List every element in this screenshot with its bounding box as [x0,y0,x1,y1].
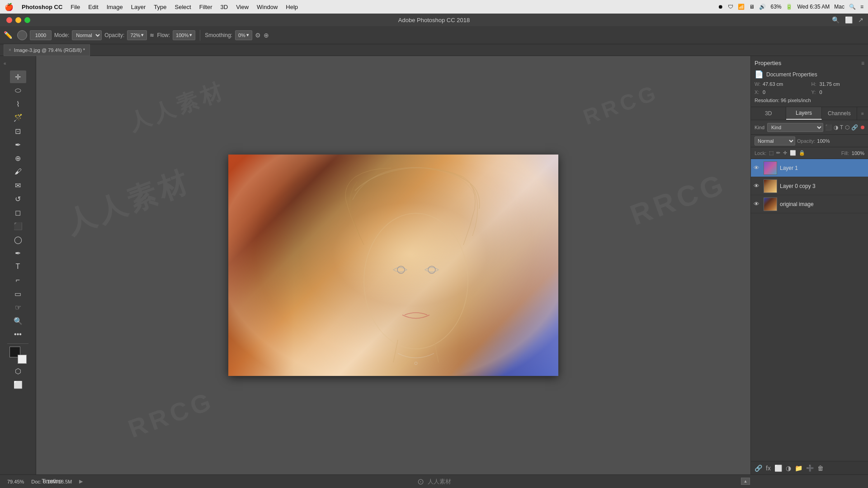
visibility-icon-2[interactable]: 👁 [754,201,761,207]
lock-label: Lock: [755,150,766,156]
crop-tool[interactable]: ⊡ [10,125,26,137]
gradient-tool[interactable]: ⬛ [10,220,26,232]
minimize-button[interactable] [15,17,21,23]
menu-bar: 🍎 Photoshop CC File Edit Image Layer Typ… [0,0,868,14]
gear-icon[interactable]: ⚙ [255,32,261,39]
screen-mode-tool[interactable]: ⬜ [10,378,26,391]
lock-image-icon[interactable]: ✏ [776,150,780,156]
filter-type-icon[interactable]: T [840,124,843,131]
filter-active-dot [861,126,864,129]
create-fill-icon[interactable]: ◑ [786,465,791,472]
status-arrow[interactable]: ▶ [79,479,83,484]
menu-view[interactable]: View [236,4,249,10]
menu-image[interactable]: Image [107,4,123,10]
filter-pixel-icon[interactable]: ⬛ [825,124,832,131]
brush-tool[interactable]: 🖌 [10,165,26,178]
menu-edit[interactable]: Edit [88,4,98,10]
type-tool[interactable]: T [10,260,26,273]
toolbar-collapse[interactable]: « [0,59,36,68]
search-icon[interactable]: 🔍 [849,4,856,10]
filter-smart-icon[interactable]: 🔗 [851,124,858,131]
filter-select[interactable]: Kind [767,123,823,132]
control-center-icon[interactable]: ≡ [860,4,863,10]
filter-shape-icon[interactable]: ⬡ [845,124,849,131]
apple-menu[interactable]: 🍎 [5,3,14,11]
properties-title: Properties [755,60,781,66]
color-swatches[interactable] [9,347,27,364]
dodge-tool[interactable]: ◯ [10,233,26,246]
share-icon[interactable]: ↗ [858,16,863,23]
marquee-tool[interactable]: ⬭ [10,84,26,97]
layer-item-0[interactable]: 👁 Layer 1 [751,159,868,177]
menu-window[interactable]: Window [257,4,278,10]
arrange-icon[interactable]: ⬜ [845,16,853,23]
blend-mode-select[interactable]: Normal [755,136,795,145]
layer-item-2[interactable]: 👁 original image [751,195,868,213]
timeline-toggle[interactable]: ▲ [741,474,750,488]
smoothing-value[interactable]: 0%▾ [235,30,252,40]
delete-layer-icon[interactable]: 🗑 [817,465,824,472]
fx-icon[interactable]: fx [766,465,771,472]
visibility-icon-1[interactable]: 👁 [754,183,761,189]
lock-position-icon[interactable]: ✛ [783,150,787,156]
menu-file[interactable]: File [71,4,80,10]
healing-tool[interactable]: ⊕ [10,152,26,164]
history-brush-tool[interactable]: ↺ [10,192,26,205]
move-tool[interactable]: ✛ [10,70,26,83]
layer-thumbnail-1 [764,179,777,193]
tab-close-icon[interactable]: × [9,47,11,52]
create-layer-icon[interactable]: ➕ [806,465,814,472]
path-tool[interactable]: ⌐ [10,274,26,286]
lock-artboard-icon[interactable]: ⬜ [790,150,796,156]
menu-3d[interactable]: 3D [221,4,228,10]
app-name[interactable]: Photoshop CC [22,4,62,10]
tab-layers[interactable]: Layers [786,107,821,120]
link-layers-icon[interactable]: 🔗 [755,465,762,472]
menu-type[interactable]: Type [154,4,166,10]
add-mask-icon[interactable]: ⬜ [774,465,782,472]
menu-select[interactable]: Select [175,4,191,10]
more-tools[interactable]: ••• [10,328,26,341]
lock-transparent-icon[interactable]: ⬚ [769,150,774,156]
document-tab[interactable]: × Image-3.jpg @ 79.4% (RGB/8) * [4,44,90,56]
quick-mask-tool[interactable]: ⬡ [10,365,26,377]
filter-adjustment-icon[interactable]: ◑ [834,124,838,131]
eraser-tool[interactable]: ◻ [10,206,26,219]
menu-layer[interactable]: Layer [131,4,146,10]
tab-filename: Image-3.jpg @ 79.4% (RGB/8) * [14,47,85,53]
panel-menu-icon[interactable]: ≡ [857,107,868,120]
close-button[interactable] [6,17,12,23]
pen-tool[interactable]: ✒ [10,247,26,259]
menu-filter[interactable]: Filter [199,4,212,10]
shape-tool[interactable]: ▭ [10,287,26,300]
lock-all-icon[interactable]: 🔒 [799,150,805,156]
brush-size-input[interactable] [30,30,52,40]
brush-size-swatch[interactable] [17,30,27,40]
search-titlebar-icon[interactable]: 🔍 [832,16,840,23]
window-title: Adobe Photoshop CC 2018 [398,17,470,23]
create-group-icon[interactable]: 📁 [795,465,802,472]
opacity-value[interactable]: 72%▾ [127,30,147,40]
maximize-button[interactable] [24,17,30,23]
tab-channels[interactable]: Channels [822,107,857,120]
hand-tool[interactable]: ☞ [10,301,26,314]
magic-wand-tool[interactable]: 🪄 [10,111,26,124]
canvas-area[interactable]: 人人素材 RRCG 人人素材 RRCG RRCG [36,56,750,474]
properties-menu-icon[interactable]: ≡ [861,60,864,66]
canvas-image[interactable] [228,155,558,376]
svg-point-5 [415,362,417,365]
zoom-tool[interactable]: 🔍 [10,314,26,327]
visibility-icon-0[interactable]: 👁 [754,164,761,171]
layer-item-1[interactable]: 👁 Layer 0 copy 3 [751,177,868,195]
flow-value[interactable]: 100%▾ [173,30,195,40]
eyedropper-tool[interactable]: ✒ [10,138,26,151]
panel-tabs: 3D Layers Channels ≡ [751,107,868,120]
background-color[interactable] [18,355,27,364]
lasso-tool[interactable]: ⌇ [10,98,26,110]
mode-select[interactable]: Normal [72,30,102,40]
clone-tool[interactable]: ✉ [10,179,26,192]
layers-toolbar: Kind Kind ⬛ ◑ T ⬡ 🔗 [751,120,868,135]
tab-3d[interactable]: 3D [751,107,786,120]
brush-options-icon[interactable]: ⊕ [264,32,269,39]
menu-help[interactable]: Help [286,4,298,10]
